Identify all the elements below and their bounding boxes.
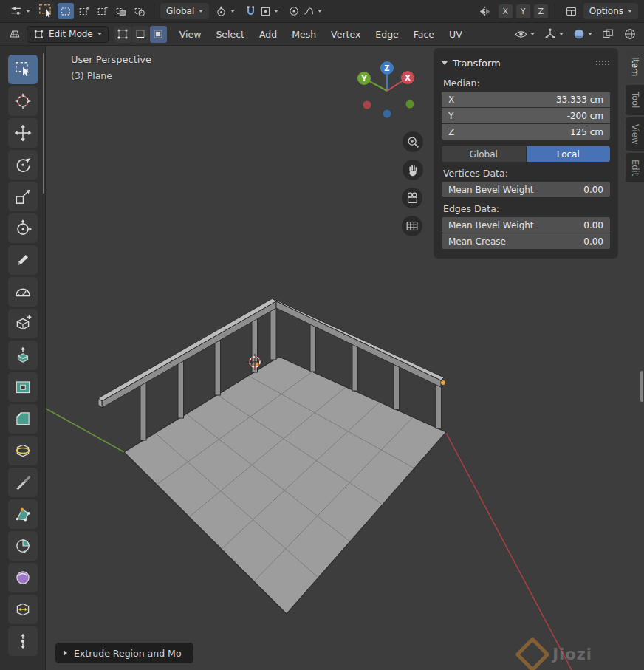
mirror-z-toggle[interactable]: Z bbox=[534, 4, 548, 18]
menu-mesh[interactable]: Mesh bbox=[285, 26, 323, 43]
median-z-axis-label: Z bbox=[448, 127, 454, 137]
rendered-shading-button[interactable] bbox=[620, 25, 640, 43]
select-extend-icon bbox=[78, 5, 90, 17]
rotate-icon bbox=[13, 155, 32, 174]
mode-dropdown[interactable]: Edit Mode bbox=[27, 26, 109, 43]
tool-move[interactable] bbox=[8, 118, 38, 148]
operator-panel[interactable]: Extrude Region and Mo bbox=[55, 643, 193, 663]
select-mode-intersect[interactable] bbox=[131, 3, 148, 19]
editor-type-selector[interactable] bbox=[6, 2, 34, 20]
global-space-button[interactable]: Global bbox=[442, 146, 526, 162]
select-mode-subtract[interactable] bbox=[95, 3, 111, 19]
tool-measure[interactable] bbox=[8, 277, 38, 307]
tool-bevel[interactable] bbox=[8, 404, 38, 434]
vertex-select-button[interactable] bbox=[114, 26, 131, 43]
tool-shrink-fatten[interactable] bbox=[8, 626, 38, 656]
tab-tool[interactable]: Tool bbox=[626, 85, 644, 114]
orientation-dropdown[interactable]: Global bbox=[160, 3, 209, 19]
editor-type-button[interactable] bbox=[4, 25, 25, 43]
median-x-axis-label: X bbox=[448, 95, 454, 105]
local-space-button[interactable]: Local bbox=[527, 146, 611, 162]
tool-extrude-region[interactable] bbox=[8, 341, 38, 370]
orientation-label: Global bbox=[166, 6, 194, 16]
tab-item[interactable]: Item bbox=[626, 50, 644, 83]
viewport-header-right bbox=[511, 25, 640, 43]
overlays-dropdown[interactable] bbox=[569, 25, 595, 43]
menu-face[interactable]: Face bbox=[407, 26, 441, 43]
menu-vertex[interactable]: Vertex bbox=[324, 26, 367, 43]
panel-grip-icon[interactable] bbox=[595, 60, 610, 66]
menu-add[interactable]: Add bbox=[253, 26, 284, 43]
select-mode-set[interactable] bbox=[58, 3, 74, 19]
edge-mean-bevel-weight-field[interactable]: Mean Bevel Weight 0.00 bbox=[442, 217, 610, 233]
face-select-button[interactable] bbox=[150, 26, 167, 43]
sidebar-scrollbar[interactable] bbox=[640, 371, 643, 402]
tool-smooth[interactable] bbox=[8, 563, 38, 592]
menu-select[interactable]: Select bbox=[209, 26, 251, 43]
mesh-select-modes bbox=[114, 26, 167, 43]
tool-add-cube[interactable] bbox=[8, 309, 38, 338]
tool-knife[interactable] bbox=[8, 468, 38, 497]
mode-label: Edit Mode bbox=[49, 29, 93, 39]
scale-icon bbox=[13, 187, 32, 206]
snap-panel-button[interactable] bbox=[561, 2, 581, 20]
tool-edge-slide[interactable] bbox=[8, 595, 38, 624]
xray-toggle[interactable] bbox=[598, 25, 617, 43]
pan-button[interactable] bbox=[402, 160, 423, 180]
proportional-editing-toggle[interactable] bbox=[284, 2, 326, 20]
tool-scale[interactable] bbox=[8, 182, 38, 211]
mirror-icon[interactable] bbox=[474, 2, 496, 20]
3d-viewport[interactable]: Z X Y User Perspective (3) Plane bbox=[46, 46, 644, 670]
tool-spin[interactable] bbox=[8, 531, 38, 561]
menu-view[interactable]: View bbox=[173, 26, 208, 43]
tool-transform[interactable] bbox=[8, 213, 38, 243]
bevel-icon bbox=[13, 409, 32, 428]
mirror-x-toggle[interactable]: X bbox=[499, 4, 513, 18]
pivot-point-dropdown[interactable] bbox=[211, 2, 239, 20]
visibility-dropdown[interactable] bbox=[511, 25, 538, 43]
shrink-fatten-icon bbox=[13, 632, 32, 651]
active-tool-indicator[interactable] bbox=[36, 1, 55, 21]
panel-collapse-icon[interactable] bbox=[442, 61, 448, 65]
tool-select-box[interactable] bbox=[8, 55, 38, 84]
select-mode-invert[interactable] bbox=[113, 3, 129, 19]
menu-edge[interactable]: Edge bbox=[369, 26, 405, 43]
mesh-plane-walls[interactable] bbox=[98, 298, 446, 614]
median-x-field[interactable]: X 33.333 cm bbox=[442, 92, 610, 107]
edge-mean-bevel-weight-label: Mean Bevel Weight bbox=[448, 220, 534, 230]
navigation-gizmo[interactable]: Z X Y bbox=[357, 61, 414, 118]
tab-edit[interactable]: Edit bbox=[626, 153, 644, 182]
tool-annotate[interactable] bbox=[8, 245, 38, 275]
mean-crease-field[interactable]: Mean Crease 0.00 bbox=[442, 233, 610, 249]
chevron-down-icon bbox=[199, 10, 203, 13]
menu-uv[interactable]: UV bbox=[442, 26, 469, 43]
select-mode-extend[interactable] bbox=[76, 3, 92, 19]
snap-mode-icon bbox=[260, 6, 271, 17]
chevron-down-icon bbox=[530, 33, 535, 35]
median-z-field[interactable]: Z 125 cm bbox=[442, 124, 610, 140]
gizmos-dropdown[interactable] bbox=[541, 25, 566, 43]
edge-select-button[interactable] bbox=[132, 26, 149, 43]
viewport-header: Edit Mode View Select Add Mesh Vertex E bbox=[0, 23, 644, 46]
mirror-y-toggle[interactable]: Y bbox=[516, 4, 530, 18]
tab-view[interactable]: View bbox=[626, 117, 644, 151]
median-y-field[interactable]: Y -200 cm bbox=[442, 108, 610, 123]
tool-loop-cut[interactable] bbox=[8, 436, 38, 465]
xray-icon bbox=[601, 27, 614, 41]
toolshelf-scrollbar[interactable] bbox=[43, 53, 44, 194]
camera-view-button[interactable] bbox=[402, 188, 422, 208]
tool-cursor[interactable] bbox=[8, 86, 38, 116]
snap-toggle[interactable] bbox=[241, 2, 282, 20]
gizmo-x-neg bbox=[363, 101, 371, 109]
options-dropdown[interactable]: Options bbox=[583, 3, 638, 19]
loop-cut-icon bbox=[13, 441, 32, 460]
chevron-down-icon bbox=[274, 10, 278, 13]
zoom-button[interactable] bbox=[402, 131, 423, 152]
blender-window: { "topbar": { "orientation_label": "Glob… bbox=[0, 0, 644, 670]
pivot-point-icon bbox=[215, 5, 227, 18]
vertex-mean-bevel-weight-field[interactable]: Mean Bevel Weight 0.00 bbox=[442, 182, 610, 197]
tool-inset-faces[interactable] bbox=[8, 372, 38, 402]
tool-rotate[interactable] bbox=[8, 150, 38, 180]
ortho-toggle-button[interactable] bbox=[402, 216, 422, 236]
tool-poly-build[interactable] bbox=[8, 499, 38, 529]
